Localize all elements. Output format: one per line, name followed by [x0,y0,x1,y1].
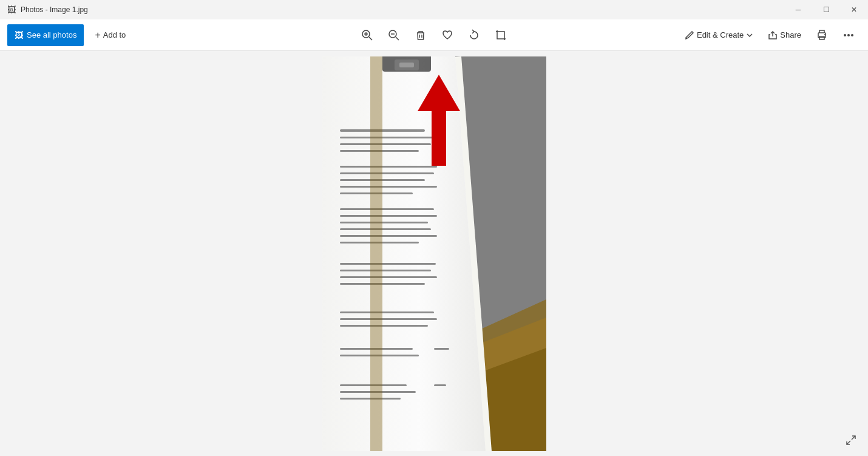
svg-point-14 [851,34,853,36]
svg-rect-29 [340,222,428,223]
crop-icon [495,29,507,41]
close-button[interactable]: ✕ [840,0,868,19]
minimize-button[interactable]: ─ [784,0,812,19]
rotate-icon [468,29,480,41]
add-icon: + [95,30,100,41]
zoom-in-icon [361,29,373,41]
toolbar-left: 🖼 See all photos + Add to [7,24,679,46]
svg-rect-27 [340,208,434,210]
toolbar-right: Edit & Create Share [679,23,861,47]
svg-rect-34 [340,270,431,271]
svg-rect-20 [340,143,431,145]
svg-rect-50 [370,56,382,451]
main-content [0,51,868,456]
print-button[interactable] [810,23,834,47]
more-options-button[interactable] [836,23,861,47]
chevron-down-icon [746,32,753,39]
favorite-button[interactable] [435,23,459,47]
expand-button[interactable] [841,430,861,450]
more-icon [843,29,855,41]
window-title: Photos - Image 1.jpg [21,5,88,14]
svg-rect-45 [434,348,449,350]
share-button[interactable]: Share [762,24,807,46]
edit-create-button[interactable]: Edit & Create [679,24,759,46]
rotate-button[interactable] [462,23,486,47]
svg-rect-22 [340,166,437,168]
svg-point-13 [847,34,850,36]
toolbar: 🖼 See all photos + Add to [0,19,868,51]
expand-icon [845,434,857,446]
title-bar-left: 🖼 Photos - Image 1.jpg [7,5,88,15]
add-to-button[interactable]: + Add to [89,24,132,46]
see-all-photos-label: See all photos [27,30,76,39]
photo-image [322,56,546,451]
svg-rect-46 [434,384,446,386]
svg-rect-39 [340,325,428,327]
svg-rect-35 [340,276,437,278]
delete-button[interactable] [409,23,433,47]
heart-icon [441,29,453,41]
svg-rect-31 [340,235,437,237]
svg-line-5 [396,37,399,40]
svg-line-1 [369,37,372,40]
svg-point-11 [824,34,826,35]
add-to-label: Add to [103,30,126,39]
toolbar-center [355,23,513,47]
svg-rect-49 [399,63,414,67]
see-all-photos-button[interactable]: 🖼 See all photos [7,24,84,46]
svg-rect-51 [432,111,446,166]
edit-icon [685,30,694,40]
svg-rect-19 [340,137,437,138]
maximize-button[interactable]: ☐ [812,0,840,19]
svg-rect-25 [340,186,437,188]
zoom-out-icon [388,29,400,41]
window-controls: ─ ☐ ✕ [784,0,868,19]
svg-point-12 [844,34,846,36]
title-bar: 🖼 Photos - Image 1.jpg ─ ☐ ✕ [0,0,868,19]
share-label: Share [780,30,801,39]
delete-icon [415,29,427,41]
photo-container [322,56,546,451]
app-icon: 🖼 [7,5,16,15]
svg-rect-28 [340,215,437,217]
svg-rect-37 [340,311,434,313]
share-icon [768,30,778,40]
zoom-out-button[interactable] [382,23,406,47]
crop-button[interactable] [489,23,513,47]
print-icon [816,29,828,41]
edit-create-label: Edit & Create [697,30,744,39]
svg-rect-33 [340,263,436,265]
zoom-in-button[interactable] [355,23,379,47]
svg-rect-23 [340,172,434,174]
svg-rect-38 [340,318,437,320]
svg-line-54 [847,441,850,444]
svg-line-53 [852,436,855,440]
photos-icon: 🖼 [15,30,23,40]
svg-rect-30 [340,228,431,230]
